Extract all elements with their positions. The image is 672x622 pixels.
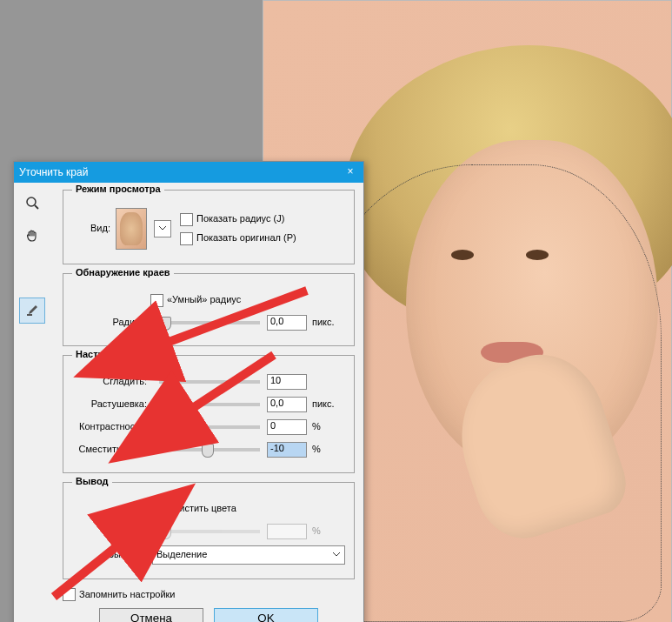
output-select-value: Выделение [156,549,207,560]
shift-label: Сместить край: [72,444,152,455]
smooth-label: Сгладить: [72,376,152,387]
hand-icon [24,228,40,244]
chevron-down-icon [332,551,341,559]
contrast-label: Контрастность: [72,421,152,432]
output-title: Вывод [72,476,112,487]
smart-radius-checkbox[interactable] [150,294,163,307]
brush-icon [24,303,40,318]
effect-unit: % [307,525,345,537]
view-mode-title: Режим просмотра [72,184,164,195]
close-icon[interactable]: × [343,164,358,180]
contrast-unit: % [307,421,345,432]
refine-edge-dialog: Уточнить край × Режим просмотра [13,161,364,622]
chevron-down-icon [158,224,167,233]
dialog-title: Уточнить край [19,166,88,178]
show-original-label: Показать оригинал (P) [196,232,296,244]
shift-unit: % [307,444,345,455]
remember-checkbox[interactable] [63,588,76,601]
smooth-input[interactable]: 10 [267,374,307,390]
svg-line-1 [35,205,38,209]
view-label: Вид: [72,223,116,234]
effect-label: Эффект: [72,525,152,537]
view-thumbnail[interactable] [116,208,147,250]
shift-input[interactable]: -10 [267,442,307,458]
zoom-tool[interactable] [19,190,45,216]
show-radius-checkbox[interactable] [180,213,193,226]
edge-adjust-group: Настройка края Сгладить: 10 Растушевка: … [63,355,355,473]
contrast-input[interactable]: 0 [267,419,307,435]
svg-rect-2 [27,314,32,316]
edge-detection-title: Обнаружение краев [72,267,174,278]
hand-tool[interactable] [19,223,45,249]
show-original-checkbox[interactable] [180,232,193,245]
decontaminate-checkbox[interactable] [150,503,163,516]
show-radius-label: Показать радиус (J) [196,213,284,224]
zoom-icon [24,195,40,211]
effect-slider [159,530,260,533]
decontaminate-label: Очистить цвета [167,503,236,514]
radius-label: Радиус: [72,317,152,328]
shift-slider[interactable] [159,448,260,451]
feather-unit: пикс. [307,398,345,410]
output-to-label: Вывод в: [72,549,152,560]
output-group: Вывод Очистить цвета Эффект: % Вывод в: … [63,482,355,579]
refine-brush-tool[interactable] [19,298,45,324]
effect-input [267,524,307,539]
view-dropdown[interactable] [154,220,171,237]
edge-adjust-title: Настройка края [72,349,153,360]
cancel-button[interactable]: Отмена [99,608,203,622]
selection-marquee [317,164,662,622]
feather-slider[interactable] [159,403,260,406]
radius-unit: пикс. [307,317,345,328]
output-select[interactable]: Выделение [152,545,345,565]
feather-input[interactable]: 0,0 [267,397,307,412]
remember-label: Запомнить настройки [79,589,176,600]
ok-button[interactable]: OK [214,608,318,622]
smart-radius-label: «Умный» радиус [167,294,241,305]
edge-detection-group: Обнаружение краев «Умный» радиус Радиус:… [63,273,355,346]
feather-label: Растушевка: [72,398,152,410]
dialog-titlebar[interactable]: Уточнить край × [14,162,363,183]
svg-point-0 [27,197,36,206]
smooth-slider[interactable] [159,380,260,384]
workspace: Уточнить край × Режим просмотра [0,0,672,622]
contrast-slider[interactable] [159,425,260,429]
view-mode-group: Режим просмотра Вид: Показать радиус (J)… [63,190,355,264]
radius-slider[interactable] [159,321,260,324]
radius-input[interactable]: 0,0 [267,315,307,331]
